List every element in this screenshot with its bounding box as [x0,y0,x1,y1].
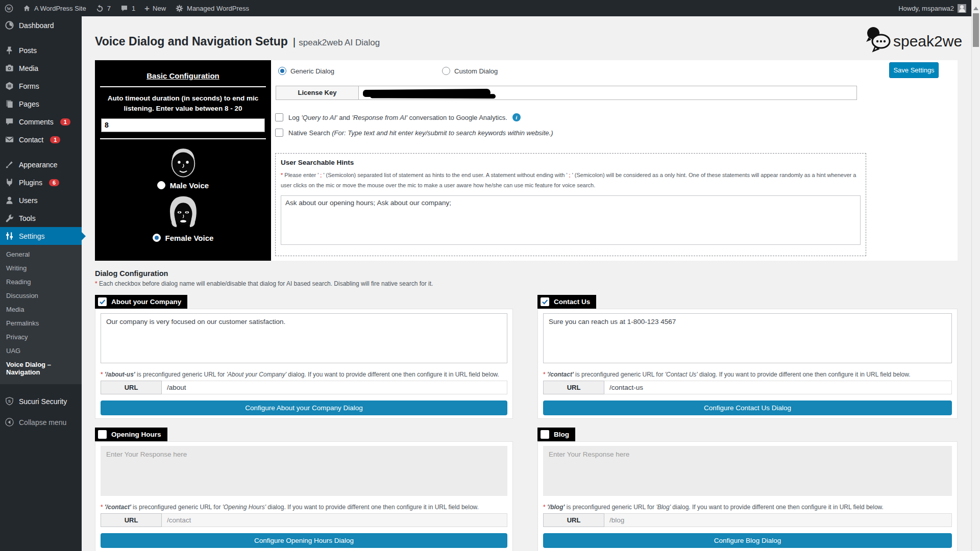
submenu-item-voice-dialog-navigation[interactable]: Voice Dialog – Navigation [0,358,82,379]
new-content-link[interactable]: + New [140,0,170,16]
wordpress-logo-icon[interactable]: W [0,0,18,16]
page-header: Voice Dialog and Navigation Setup|speak2… [95,35,380,48]
submenu-item-media[interactable]: Media [0,303,82,316]
sidebar-item-contact[interactable]: Contact1 [0,131,82,148]
collapse-arrow-icon [5,417,14,427]
collapse-menu-button[interactable]: Collapse menu [0,413,82,431]
new-label: New [153,5,166,12]
dialog-panel-label: About your Company [95,295,187,309]
dialog-url-note: * '/about-us' is preconfigured generic U… [101,371,507,378]
sidebar-item-sucuri-security[interactable]: S Sucuri Security [0,392,82,410]
dialog-panel-label: Blog [537,428,575,441]
plus-icon: + [144,4,150,13]
dialog-url-input[interactable] [604,381,952,394]
dialog-panel-contact-us: Contact Us * '/contact' is preconfigured… [537,295,958,419]
configure-dialog-button[interactable]: Configure Opening Hours Dialog [101,533,507,548]
hints-textarea[interactable] [281,195,861,245]
title-separator: | [293,36,296,47]
updates-icon [95,4,104,13]
submenu-item-discussion[interactable]: Discussion [0,289,82,303]
sidebar-item-tools[interactable]: Tools [0,209,82,227]
dialog-url-note: * '/blog' is preconfigured generic URL f… [543,504,952,511]
female-voice-label: Female Voice [165,234,214,242]
sidebar-item-plugins[interactable]: Plugins6 [0,173,82,191]
speak2web-logo: speak2web [862,24,963,55]
sidebar-item-users[interactable]: Users [0,191,82,209]
dialog-panel-name: About your Company [111,298,181,306]
updates-link[interactable]: 7 [91,0,115,16]
log-analytics-checkbox[interactable] [275,113,283,121]
dialog-enable-checkbox[interactable] [541,430,549,439]
dialog-panel-blog: Blog * '/blog' is preconfigured generic … [537,428,958,551]
submenu-item-writing[interactable]: Writing [0,261,82,275]
sidebar-item-comments[interactable]: Comments1 [0,113,82,131]
dialog-url-input[interactable] [162,513,507,527]
dialog-url-note: * '/contact' is preconfigured generic UR… [101,504,507,511]
dialog-response-textarea[interactable] [101,313,507,363]
dialog-panel-about-your-company: About your Company * '/about-us' is prec… [95,295,513,419]
submenu-item-privacy[interactable]: Privacy [0,330,82,344]
sidebar-item-appearance[interactable]: Appearance [0,156,82,173]
sidebar-item-pages[interactable]: Pages [0,95,82,113]
sidebar-item-label: Comments [19,118,54,126]
custom-dialog-label: Custom Dialog [454,67,498,75]
hints-title: User Searchable Hints [281,159,861,166]
male-voice-label: Male Voice [170,181,209,190]
page-title: Voice Dialog and Navigation Setup [95,35,288,48]
dialog-response-textarea[interactable] [101,446,507,496]
info-icon[interactable]: i [512,113,521,121]
basic-configuration-title: Basic Configuration [95,71,271,80]
submenu-item-general[interactable]: General [0,247,82,261]
page-scrollbar[interactable] [971,0,980,551]
dialog-enable-checkbox[interactable] [541,297,549,306]
sidebar-item-settings[interactable]: Settings [0,227,82,245]
submenu-item-reading[interactable]: Reading [0,275,82,289]
dialog-panel-name: Blog [554,431,569,438]
sidebar-item-label: Settings [19,232,45,240]
dialog-response-textarea[interactable] [543,313,952,363]
comment-icon [5,117,14,127]
dialog-panel-name: Opening Hours [111,431,161,438]
account-menu[interactable]: Howdy, mspanwa2 [898,4,971,13]
site-name: A WordPress Site [34,5,86,12]
svg-text:speak2web: speak2web [893,33,963,49]
custom-dialog-radio[interactable] [442,67,450,75]
dialog-panel-card: * '/blog' is preconfigured generic URL f… [537,441,958,551]
submenu-item-uag[interactable]: UAG [0,344,82,358]
female-voice-radio[interactable] [153,234,161,242]
pages-icon [5,99,14,109]
configure-dialog-button[interactable]: Configure Contact Us Dialog [543,400,952,415]
forms-icon [5,81,14,91]
license-key-input[interactable] [359,86,857,100]
comments-link[interactable]: 1 [115,0,140,16]
sidebar-item-media[interactable]: Media [0,59,82,77]
timeout-input[interactable] [101,118,265,132]
sucuri-label: Sucuri Security [19,397,67,406]
dialog-url-input[interactable] [604,513,952,527]
managed-wordpress-link[interactable]: Managed WordPress [170,0,254,16]
native-search-checkbox[interactable] [275,129,283,137]
generic-dialog-radio[interactable] [278,67,286,75]
redaction-scribble [363,89,491,97]
avatar [958,4,966,13]
sidebar-item-dashboard[interactable]: Dashboard [0,16,82,34]
dialog-enable-checkbox[interactable] [98,430,107,439]
dialog-response-textarea[interactable] [543,446,952,496]
dialog-url-input[interactable] [162,381,507,394]
sidebar-item-forms[interactable]: Forms [0,77,82,95]
site-name-link[interactable]: A WordPress Site [18,0,91,16]
dialog-panel-card: * '/about-us' is preconfigured generic U… [95,309,513,419]
dialog-enable-checkbox[interactable] [98,297,107,306]
comment-count: 1 [132,5,135,12]
configure-dialog-button[interactable]: Configure About your Company Dialog [101,400,507,415]
sidebar-item-posts[interactable]: Posts [0,41,82,59]
url-label: URL [543,513,604,527]
male-voice-radio[interactable] [157,181,165,189]
configure-dialog-button[interactable]: Configure Blog Dialog [543,533,952,548]
save-settings-button[interactable]: Save Settings [889,62,939,78]
sidebar-item-label: Plugins [19,179,42,187]
scrollbar-up-arrow-icon[interactable] [973,4,978,10]
submenu-item-permalinks[interactable]: Permalinks [0,316,82,330]
scrollbar-thumb[interactable] [973,13,979,47]
check-icon [542,298,548,305]
